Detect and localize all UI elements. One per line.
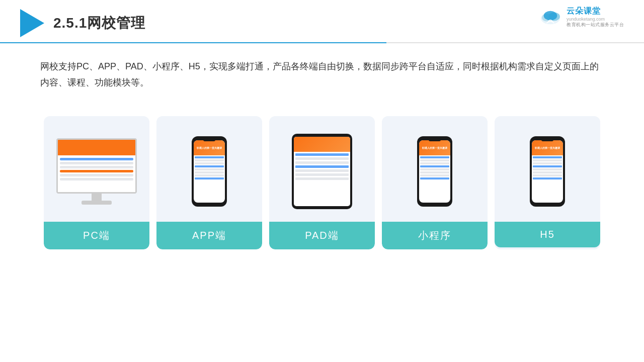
miniapp-line-1 (420, 156, 449, 158)
tablet-wrap (292, 126, 352, 217)
monitor-line-4 (60, 170, 133, 172)
svg-point-3 (544, 11, 557, 21)
phone-line-5 (195, 168, 224, 170)
card-app-image: 职通人的第一堂兴趣课 (162, 126, 257, 217)
phone-line-8 (195, 177, 224, 179)
card-h5-image: 职通人的第一堂兴趣课 (500, 126, 595, 217)
miniapp-line-2 (420, 159, 449, 161)
card-miniapp-label: 小程序 (382, 222, 488, 249)
h5-line-6 (533, 171, 562, 173)
card-h5-label: H5 (495, 222, 600, 247)
phone-notch-miniapp (429, 138, 441, 141)
monitor-line-2 (60, 162, 133, 164)
brand-logo: 云朵课堂 yunduoketang.com 教育机构一站式服务云平台 (538, 6, 624, 28)
phone-line-3 (195, 162, 224, 164)
monitor-wrap (56, 138, 137, 205)
phone-wrap-miniapp: 职通人的第一堂兴趣课 (417, 126, 452, 217)
page-title: 2.5.1网校管理 (53, 14, 145, 33)
monitor-screen-inner (58, 140, 135, 192)
tablet-line-7 (295, 177, 349, 180)
tablet-line-1 (295, 153, 349, 156)
h5-line-4 (533, 165, 562, 167)
phone-header-app: 职通人的第一堂兴趣课 (194, 140, 225, 155)
phone-header-miniapp: 职通人的第一堂兴趣课 (419, 140, 450, 155)
monitor-stand-neck (92, 194, 102, 201)
miniapp-line-4 (420, 165, 449, 167)
tablet-header (294, 137, 350, 152)
phone-wrap-app: 职通人的第一堂兴趣课 (192, 126, 227, 217)
h5-line-5 (533, 168, 562, 170)
monitor-line-1 (60, 158, 133, 160)
phone-notch-app (203, 138, 215, 141)
cloud-icon (538, 8, 562, 26)
card-pc: PC端 (44, 116, 149, 249)
phone-line-4 (195, 165, 224, 167)
phone-line-7 (195, 174, 224, 176)
brand-text: 云朵课堂 yunduoketang.com 教育机构一站式服务云平台 (567, 6, 624, 28)
phone-frame-h5: 职通人的第一堂兴趣课 (530, 136, 565, 207)
tablet-line-6 (295, 173, 349, 176)
miniapp-line-3 (420, 162, 449, 164)
description-text: 网校支持PC、APP、PAD、小程序、H5，实现多端打通，产品各终端自由切换，数… (0, 43, 644, 101)
monitor-screen (56, 138, 137, 194)
card-miniapp: 职通人的第一堂兴趣课 小程序 (382, 116, 488, 249)
tablet-frame (292, 134, 352, 209)
tablet-line-4 (295, 165, 349, 168)
card-pad: PAD端 (269, 116, 375, 249)
brand-url: yunduoketang.com (567, 17, 605, 22)
miniapp-line-5 (420, 168, 449, 170)
phone-line-1 (195, 156, 224, 158)
miniapp-line-7 (420, 174, 449, 176)
header: 2.5.1网校管理 云朵课堂 yunduoketang.com 教育机构一站式服… (0, 0, 644, 37)
card-h5: 职通人的第一堂兴趣课 H5 (495, 116, 600, 249)
phone-screen-app: 职通人的第一堂兴趣课 (194, 140, 225, 203)
phone-body-app (194, 155, 225, 203)
phone-screen-h5: 职通人的第一堂兴趣课 (532, 140, 563, 203)
h5-line-7 (533, 174, 562, 176)
monitor-line-5 (60, 174, 133, 176)
h5-line-8 (533, 177, 562, 179)
phone-body-miniapp (419, 155, 450, 203)
h5-line-2 (533, 159, 562, 161)
phone-body-h5 (532, 155, 563, 203)
card-app-label: APP端 (156, 222, 262, 249)
miniapp-line-6 (420, 171, 449, 173)
brand-sub: 教育机构一站式服务云平台 (567, 22, 624, 28)
miniapp-line-8 (420, 177, 449, 179)
phone-header-h5: 职通人的第一堂兴趣课 (532, 140, 563, 155)
tablet-line-2 (295, 157, 349, 160)
phone-line-6 (195, 171, 224, 173)
cards-container: PC端 职通人的第一堂兴趣课 (0, 106, 644, 259)
phone-frame-miniapp: 职通人的第一堂兴趣课 (417, 136, 452, 207)
logo-icon (20, 9, 44, 37)
tablet-line-3 (295, 161, 349, 164)
monitor-line-3 (60, 166, 133, 168)
monitor-line-6 (60, 178, 133, 180)
tablet-screen (294, 137, 350, 206)
monitor-stand-base (82, 201, 112, 205)
phone-wrap-h5: 职通人的第一堂兴趣课 (530, 126, 565, 217)
phone-screen-miniapp: 职通人的第一堂兴趣课 (419, 140, 450, 203)
card-pad-image (274, 126, 370, 217)
phone-frame-app: 职通人的第一堂兴趣课 (192, 136, 227, 207)
card-app: 职通人的第一堂兴趣课 APP端 (156, 116, 262, 249)
phone-line-2 (195, 159, 224, 161)
brand-name: 云朵课堂 (567, 6, 601, 17)
h5-line-3 (533, 162, 562, 164)
card-miniapp-image: 职通人的第一堂兴趣课 (387, 126, 482, 217)
phone-notch-h5 (541, 138, 553, 141)
tablet-line-5 (295, 169, 349, 172)
tablet-body (294, 152, 350, 182)
monitor-screen-content (60, 158, 133, 180)
card-pc-label: PC端 (44, 222, 149, 249)
card-pc-image (49, 126, 144, 217)
h5-line-1 (533, 156, 562, 158)
card-pad-label: PAD端 (269, 222, 375, 249)
